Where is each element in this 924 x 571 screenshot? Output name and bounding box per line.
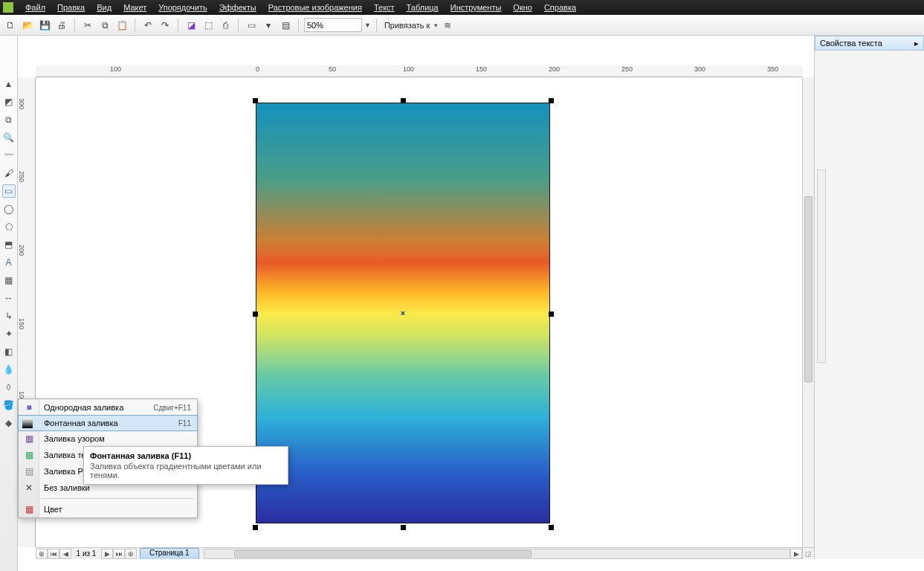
uniform-fill-icon: ■ (22, 401, 36, 414)
crop-tool[interactable]: ⧉ (2, 113, 16, 126)
menu-help[interactable]: Справка (538, 1, 582, 13)
vertical-scrollbar[interactable] (802, 77, 814, 547)
artistic-media-tool[interactable]: 🖌 (2, 167, 16, 180)
menu-text[interactable]: Текст (368, 1, 401, 13)
interactive-effects-tool[interactable]: ✦ (2, 327, 16, 341)
connector-tool[interactable]: ↳ (2, 309, 16, 323)
vscroll-thumb[interactable] (804, 196, 812, 382)
copy-button[interactable]: ⧉ (97, 18, 112, 33)
standard-toolbar: 🗋 📂 💾 🖨 ✂ ⧉ 📋 ↶ ↷ ◪ ⬚ ⎙ ▭ ▾ ▤ ▼ Привязат… (0, 15, 924, 36)
menu-file[interactable]: Файл (19, 1, 51, 13)
page-navigator: ⊕ ⏮ ◀ 1 из 1 ▶ ⏭ ⊕ Страница 1 ▶ (36, 547, 802, 559)
zoom-tool[interactable]: 🔍 (2, 131, 16, 144)
hscroll-thumb[interactable] (234, 550, 532, 558)
handle-e[interactable] (549, 312, 554, 317)
export-button[interactable]: ⬚ (201, 18, 216, 33)
freehand-tool[interactable]: 〰 (2, 149, 16, 162)
texture-fill-icon: ▩ (22, 448, 36, 462)
handle-se[interactable] (549, 525, 554, 530)
selected-rectangle[interactable]: × (256, 103, 550, 523)
menu-bitmaps[interactable]: Растровые изображения (262, 1, 368, 13)
menu-table[interactable]: Таблица (401, 1, 445, 13)
handle-s[interactable] (401, 525, 406, 530)
transparency-tool[interactable]: ◧ (2, 345, 16, 358)
hscroll-right-button[interactable]: ▶ (790, 549, 802, 559)
display-button[interactable]: ▾ (261, 18, 276, 33)
fountain-fill-item[interactable]: Фонтанная заливкаF11 (18, 415, 198, 431)
prev-page-button[interactable]: ◀ (59, 549, 71, 559)
menu-arrange[interactable]: Упорядочить (152, 1, 213, 13)
launch-button[interactable]: ▤ (278, 18, 293, 33)
menu-tools[interactable]: Инструменты (445, 1, 508, 13)
next-page-button[interactable]: ▶ (101, 549, 113, 559)
text-tool[interactable]: A (2, 256, 16, 269)
toolbox: ▲ ◩ ⧉ 🔍 〰 🖌 ▭ ◯ ⬠ ⬒ A ▦ ↔ ↳ ✦ ◧ 💧 ◊ 🪣 ◆ (0, 36, 18, 571)
basic-shapes-tool[interactable]: ⬒ (2, 238, 16, 251)
first-page-button[interactable]: ⏮ (48, 549, 59, 559)
pattern-fill-item[interactable]: ▦ Заливка узором (19, 430, 197, 447)
no-fill-icon: ✕ (22, 481, 36, 494)
last-page-button[interactable]: ⏭ (113, 549, 125, 559)
cut-button[interactable]: ✂ (80, 18, 95, 33)
outline-tool[interactable]: ◊ (2, 381, 16, 394)
menu-window[interactable]: Окно (507, 1, 538, 13)
app-logo-icon (3, 2, 13, 13)
page-counter: 1 из 1 (71, 549, 101, 558)
horizontal-ruler[interactable]: 100 0 50 100 150 200 250 300 350 (36, 65, 802, 77)
menu-effects[interactable]: Эффекты (213, 1, 262, 13)
publish-pdf-button[interactable]: ⎙ (218, 18, 233, 33)
undo-button[interactable]: ↶ (140, 18, 155, 33)
ellipse-tool[interactable]: ◯ (2, 202, 16, 216)
handle-nw[interactable] (253, 98, 258, 103)
print-button[interactable]: 🖨 (54, 18, 69, 33)
tooltip-title: Фонтанная заливка (F11) (90, 451, 282, 460)
paste-button[interactable]: 📋 (114, 18, 129, 33)
import-button[interactable]: ◪ (184, 18, 198, 33)
menu-bar: Файл Правка Вид Макет Упорядочить Эффект… (0, 0, 924, 15)
fountain-fill-icon (22, 418, 33, 428)
fill-tool[interactable]: 🪣 (2, 399, 16, 412)
shape-tool[interactable]: ◩ (2, 95, 16, 109)
eyedropper-tool[interactable]: 💧 (2, 363, 16, 376)
tooltip: Фонтанная заливка (F11) Заливка объекта … (83, 446, 288, 485)
pick-tool[interactable]: ▲ (2, 77, 16, 91)
color-palette-icon: ▦ (22, 503, 36, 516)
center-marker-icon: × (401, 309, 405, 317)
interactive-fill-tool[interactable]: ◆ (2, 416, 16, 430)
add-page-after-button[interactable]: ⊕ (125, 549, 137, 559)
tooltip-body: Заливка объекта градиентными цветами или… (90, 462, 282, 480)
docker-scrollbar[interactable] (817, 170, 826, 363)
nav-corner-button[interactable]: ◲ (802, 547, 814, 559)
options-button[interactable]: ≋ (440, 18, 455, 33)
handle-w[interactable] (253, 312, 258, 317)
pattern-fill-icon: ▦ (22, 432, 36, 445)
horizontal-scrollbar[interactable] (204, 549, 790, 559)
open-button[interactable]: 📂 (20, 18, 35, 33)
handle-sw[interactable] (253, 525, 258, 530)
save-button[interactable]: 💾 (37, 18, 52, 33)
menu-layout[interactable]: Макет (117, 1, 152, 13)
uniform-fill-item[interactable]: ■ Однородная заливкаСдвиг+F11 (19, 399, 197, 416)
menu-view[interactable]: Вид (91, 1, 117, 13)
page-tab-1[interactable]: Страница 1 (140, 548, 199, 559)
docker-text-properties[interactable]: Свойства текста▸ (815, 36, 924, 51)
new-button[interactable]: 🗋 (3, 18, 18, 33)
postscript-fill-icon: ▤ (22, 465, 36, 478)
docker-panel: Свойства текста▸ (814, 36, 924, 559)
table-tool[interactable]: ▦ (2, 274, 16, 287)
flyout-separator (41, 498, 194, 499)
rectangle-tool[interactable]: ▭ (2, 184, 16, 198)
handle-n[interactable] (401, 98, 406, 103)
snap-to-label: Привязать к (384, 21, 430, 30)
add-page-before-button[interactable]: ⊕ (36, 549, 48, 559)
polygon-tool[interactable]: ⬠ (2, 220, 16, 233)
redo-button[interactable]: ↷ (158, 18, 172, 33)
dimension-tool[interactable]: ↔ (2, 291, 16, 305)
fullscreen-button[interactable]: ▭ (244, 18, 259, 33)
menu-edit[interactable]: Правка (51, 1, 91, 13)
zoom-combo[interactable] (304, 18, 362, 32)
color-item[interactable]: ▦ Цвет (19, 501, 197, 517)
docker-expand-icon[interactable]: ▸ (914, 39, 919, 48)
handle-ne[interactable] (549, 98, 554, 103)
